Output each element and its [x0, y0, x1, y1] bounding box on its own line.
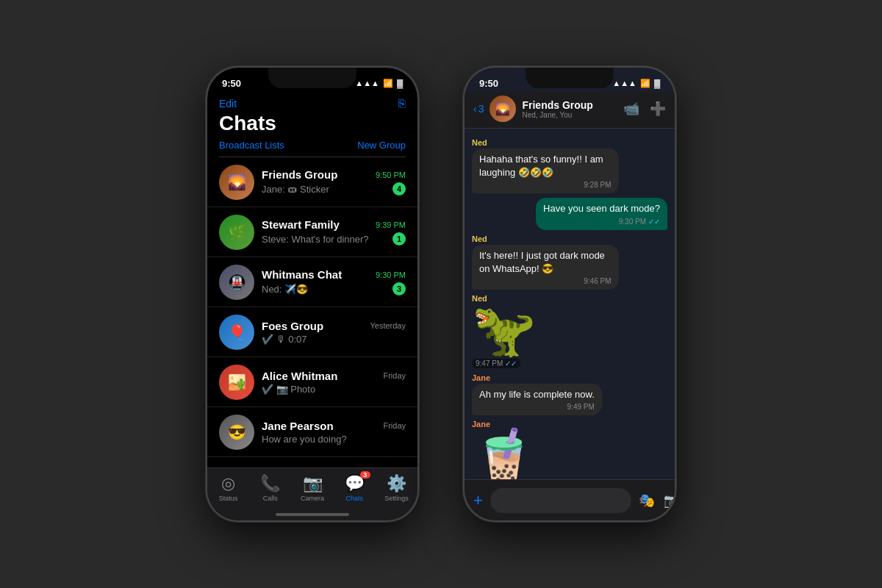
chat-list-item[interactable]: 🎈 Foes Group Yesterday ✔️ 🎙 0:07: [207, 307, 417, 357]
chat-header-info[interactable]: Friends Group Ned, Jane, You: [522, 99, 617, 119]
chat-preview: ✔️ 🎙 0:07: [262, 334, 307, 345]
sticker-emoji: 🧋: [472, 430, 536, 479]
chat-name: Alice Whitman: [262, 370, 337, 382]
unread-badge: 4: [392, 182, 406, 196]
tab-icon: 📞: [260, 474, 280, 493]
input-actions: 🎭 📷 🎤: [639, 492, 675, 509]
chat-preview: Ned: ✈️😎: [262, 284, 308, 295]
tab-camera[interactable]: 📷 Camera: [291, 474, 333, 502]
chat-list-item[interactable]: 😎 Jane Pearson Friday How are you doing?: [207, 407, 417, 457]
chat-name: Whitmans Chat: [262, 268, 342, 281]
sticker-icon[interactable]: 🎭: [639, 492, 655, 509]
group-participants: Ned, Jane, You: [522, 111, 617, 119]
message-group: Jane Ah my life is complete now. 9:49 PM: [472, 373, 667, 415]
message-group: Ned Hahaha that's so funny!! I am laughi…: [472, 138, 667, 193]
video-call-icon[interactable]: 📹: [623, 101, 639, 117]
chat-time: Yesterday: [370, 321, 406, 330]
chat-info: Foes Group Yesterday ✔️ 🎙 0:07: [262, 320, 406, 345]
battery-icon-2: ▓: [654, 79, 660, 87]
group-name: Friends Group: [522, 99, 617, 111]
chat-avatar: 🌿: [219, 215, 254, 250]
conversation-screen: 9:50 ▲▲▲ 📶 ▓ ‹ 3 🌄 Friends Group Ned, Ja…: [465, 68, 675, 520]
chat-preview: How are you doing?: [262, 434, 347, 445]
chat-name-row: Alice Whitman Friday: [262, 370, 406, 382]
home-indicator: [276, 513, 349, 516]
sticker-message: 🧋 9:50 PM: [472, 430, 536, 479]
message-group: Jane 🧋 9:50 PM: [472, 420, 667, 479]
battery-icon: ▓: [397, 79, 403, 87]
chats-header: Edit ⎘ Chats Broadcast Lists New Group: [207, 93, 417, 157]
tab-settings[interactable]: ⚙️ Settings: [376, 474, 417, 502]
message-meta: 9:47 PM ✓✓: [472, 359, 520, 368]
chat-name-row: Foes Group Yesterday: [262, 320, 406, 332]
back-chevron-icon: ‹: [473, 103, 477, 115]
chat-avatar: 🎈: [219, 315, 254, 350]
chat-info: Stewart Family 9:39 PM Steve: What's for…: [262, 218, 406, 245]
read-receipt: ✓✓: [505, 359, 517, 368]
edit-button[interactable]: Edit: [219, 98, 237, 110]
chat-name-row: Friends Group 9:50 PM: [262, 168, 406, 181]
signal-icon: ▲▲▲: [355, 79, 379, 87]
chat-avatar: 🚇: [219, 265, 254, 300]
chat-avatar: 😎: [219, 415, 254, 450]
chat-name: Foes Group: [262, 320, 323, 332]
chat-header-actions: 📹 ➕: [623, 101, 666, 117]
signal-icon-2: ▲▲▲: [612, 79, 637, 87]
chat-name: Friends Group: [262, 168, 337, 181]
tab-label: Settings: [384, 495, 409, 502]
tab-label: Camera: [301, 495, 324, 502]
chat-list-item[interactable]: 🌿 Stewart Family 9:39 PM Steve: What's f…: [207, 207, 417, 257]
sticker-emoji: 🦖: [472, 304, 536, 356]
status-bar: 9:50 ▲▲▲ 📶 ▓: [207, 68, 417, 93]
tab-status[interactable]: ◎ Status: [207, 474, 249, 502]
messages-area: Ned Hahaha that's so funny!! I am laughi…: [465, 132, 675, 479]
read-receipt: ✓✓: [648, 218, 660, 226]
message-text: Ah my life is complete now.: [479, 388, 595, 401]
message-time: 9:47 PM: [476, 359, 503, 368]
chat-name-row: Jane Pearson Friday: [262, 420, 406, 432]
tab-chats[interactable]: 💬 3 Chats: [334, 474, 376, 502]
message-text: Hahaha that's so funny!! I am laughing 🤣…: [479, 153, 612, 179]
back-count: 3: [478, 103, 484, 115]
add-attachment-button[interactable]: +: [473, 491, 483, 510]
broadcast-lists-button[interactable]: Broadcast Lists: [219, 140, 284, 151]
status-icons-2: ▲▲▲ 📶 ▓: [612, 79, 660, 88]
compose-icon[interactable]: ⎘: [398, 97, 406, 110]
chats-top-row: Edit ⎘: [219, 97, 406, 110]
phone-conversation: 9:50 ▲▲▲ 📶 ▓ ‹ 3 🌄 Friends Group Ned, Ja…: [463, 66, 676, 522]
message-bubble: Have you seen dark mode? 9:30 PM ✓✓: [536, 198, 667, 229]
tab-calls[interactable]: 📞 Calls: [249, 474, 291, 502]
tab-icon: ⚙️: [387, 474, 406, 493]
message-meta: 9:28 PM: [479, 181, 612, 189]
add-participant-icon[interactable]: ➕: [650, 101, 666, 117]
tab-label: Calls: [263, 495, 278, 502]
chat-list-item[interactable]: 🏜️ Alice Whitman Friday ✔️ 📷 Photo: [207, 357, 417, 407]
message-input[interactable]: [490, 488, 631, 513]
message-meta: 9:30 PM ✓✓: [543, 218, 660, 226]
chat-avatar: 🏜️: [219, 365, 254, 400]
chat-name: Jane Pearson: [262, 420, 334, 432]
phone-chats: 9:50 ▲▲▲ 📶 ▓ Edit ⎘ Chats Broadcast List…: [206, 66, 419, 522]
chat-time: 9:39 PM: [376, 220, 406, 229]
camera-icon[interactable]: 📷: [664, 492, 675, 509]
message-time: 9:30 PM: [619, 218, 646, 226]
message-group: Ned It's here!! I just got dark mode on …: [472, 234, 667, 290]
chat-preview: ✔️ 📷 Photo: [262, 384, 315, 395]
chat-time: 9:30 PM: [376, 270, 406, 279]
tab-label: Status: [219, 495, 238, 502]
tab-icon: ◎: [221, 474, 235, 493]
chat-time: Friday: [383, 371, 406, 380]
message-sender: Ned: [472, 138, 487, 147]
input-bar: + 🎭 📷 🎤: [465, 479, 675, 520]
chat-list-item[interactable]: 🌄 Friends Group 9:50 PM Jane: 🎟 Sticker …: [207, 157, 417, 207]
new-group-button[interactable]: New Group: [357, 140, 406, 151]
sticker-message: 🦖 9:47 PM ✓✓: [472, 304, 536, 369]
message-sender: Ned: [472, 234, 487, 243]
tab-label: Chats: [345, 495, 363, 502]
chat-list-item[interactable]: 🚇 Whitmans Chat 9:30 PM Ned: ✈️😎 3: [207, 257, 417, 307]
wifi-icon: 📶: [383, 79, 393, 88]
back-button[interactable]: ‹ 3: [473, 103, 484, 115]
message-meta: 9:46 PM: [479, 277, 612, 285]
tab-icon: 💬 3: [345, 474, 365, 493]
status-time: 9:50: [222, 78, 241, 89]
